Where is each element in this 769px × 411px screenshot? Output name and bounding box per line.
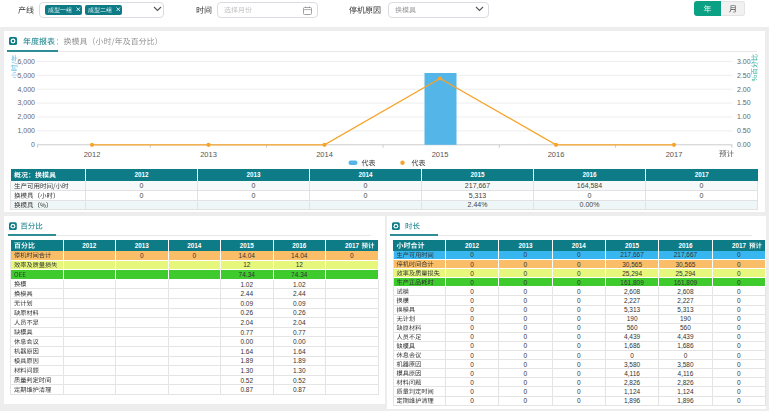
svg-text:5,000: 5,000 (17, 72, 35, 79)
svg-text:0.50: 0.50 (737, 127, 751, 134)
svg-text:2017: 2017 (666, 150, 683, 159)
svg-text:2.50: 2.50 (737, 72, 751, 79)
svg-text:1.00: 1.00 (737, 113, 751, 120)
svg-text:0.00: 0.00 (737, 141, 751, 148)
svg-text:2,000: 2,000 (17, 113, 35, 120)
svg-text:3,000: 3,000 (17, 99, 35, 106)
svg-text:2012: 2012 (84, 150, 101, 159)
svg-text:0: 0 (31, 141, 35, 148)
svg-text:1,000: 1,000 (17, 127, 35, 134)
svg-text:4,000: 4,000 (17, 86, 35, 93)
svg-text:6,000: 6,000 (17, 58, 35, 65)
svg-text:1.50: 1.50 (737, 99, 751, 106)
svg-text:2016: 2016 (548, 150, 565, 159)
svg-text:2.00: 2.00 (737, 86, 751, 93)
svg-text:3.00: 3.00 (737, 58, 751, 65)
svg-text:2015: 2015 (432, 150, 449, 159)
svg-text:2013: 2013 (200, 150, 217, 159)
svg-text:2014: 2014 (316, 150, 333, 159)
